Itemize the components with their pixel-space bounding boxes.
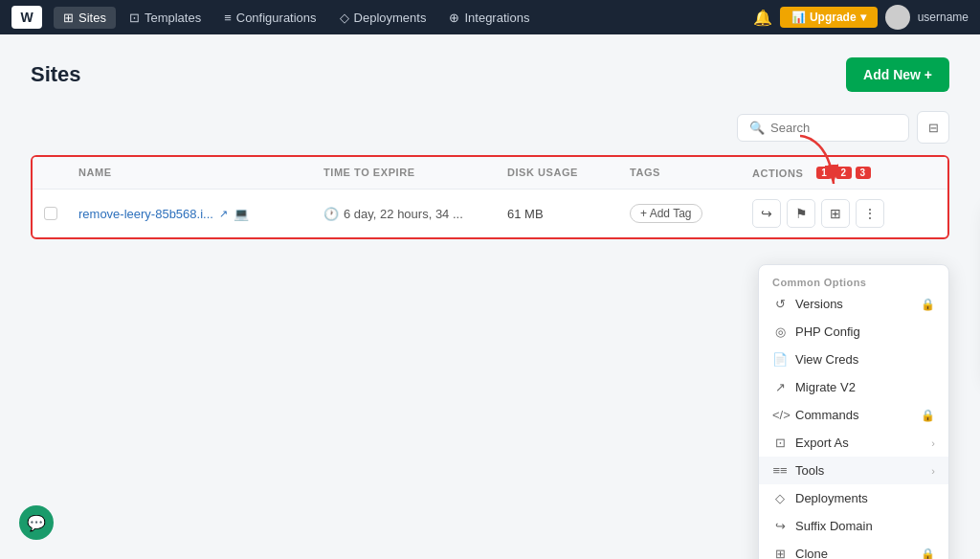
nav-integrations[interactable]: ⊕ Integrations <box>439 7 539 29</box>
view-creds-icon: 📄 <box>772 352 788 367</box>
actions-cell: ↪ ⚑ ⊞ ⋮ <box>752 199 936 228</box>
add-new-button[interactable]: Add New + <box>846 57 949 92</box>
deployments-nav-icon: ◇ <box>340 11 349 25</box>
chevron-right-tools-icon: › <box>931 465 935 477</box>
dropdown-main: Common Options ↺ Versions 🔒 ◎ PHP Config… <box>758 264 949 559</box>
dropdown-tools[interactable]: ≡≡ Tools › <box>759 457 948 484</box>
col-time-header: TIME TO EXPIRE <box>323 167 507 179</box>
templates-nav-icon: ⊡ <box>129 11 140 25</box>
time-cell: 🕐 6 day, 22 hours, 34 ... <box>323 207 507 221</box>
lock-icon-commands: 🔒 <box>921 409 935 422</box>
main-content: Sites Add New + 🔍 ⊟ NAME TIME TO EXPIRE <box>0 34 980 262</box>
row-checkbox[interactable] <box>44 207 78 220</box>
more-action-button[interactable]: ⋮ <box>856 199 884 228</box>
lock-icon-clone: 🔒 <box>921 548 935 560</box>
dropdown-commands[interactable]: </> Commands 🔒 <box>759 401 948 429</box>
nav-configurations[interactable]: ≡ Configurations <box>214 7 325 29</box>
upgrade-icon: 📊 <box>791 11 806 24</box>
nav-deployments[interactable]: ◇ Deployments <box>330 7 436 29</box>
integrations-nav-icon: ⊕ <box>449 11 459 25</box>
external-link-icon[interactable]: ↗ <box>219 208 228 220</box>
col-tags-header: TAGS <box>630 167 752 179</box>
top-nav: W ⊞ Sites ⊡ Templates ≡ Configurations ◇… <box>0 0 980 34</box>
export-icon: ⊡ <box>772 436 788 450</box>
clone-icon: ⊞ <box>772 547 788 559</box>
upgrade-button[interactable]: 📊 Upgrade ▾ <box>780 7 878 28</box>
chevron-down-icon: ▾ <box>860 11 866 24</box>
nav-right: 🔔 📊 Upgrade ▾ username <box>753 5 969 30</box>
grid-icon: ⊞ <box>830 206 841 221</box>
configurations-nav-icon: ≡ <box>224 11 232 25</box>
deployments-icon: ◇ <box>772 491 788 505</box>
chevron-right-icon: › <box>931 437 935 449</box>
action-badge-3: 3 <box>856 167 871 179</box>
search-icon: 🔍 <box>749 121 765 135</box>
dropdown-suffix-domain[interactable]: ↪ Suffix Domain <box>759 512 948 540</box>
terminal-icon[interactable]: 💻 <box>234 207 249 221</box>
chat-button[interactable]: 💬 <box>19 505 54 540</box>
nav-sites[interactable]: ⊞ Sites <box>54 7 116 29</box>
site-name-cell: remove-leery-85b568.i... ↗ 💻 <box>78 207 323 221</box>
filter-icon: ⊟ <box>928 121 939 135</box>
php-config-icon: ◎ <box>772 324 788 339</box>
filter-button[interactable]: ⊟ <box>917 111 949 144</box>
sites-nav-icon: ⊞ <box>63 11 74 25</box>
dropdown-export-as[interactable]: ⊡ Export As › <box>759 429 948 457</box>
login-action-button[interactable]: ↪ <box>752 199 781 228</box>
dropdown-php-config[interactable]: ◎ PHP Config <box>759 318 948 346</box>
add-tag-button[interactable]: + Add Tag <box>630 204 702 223</box>
page-header: Sites Add New + <box>31 57 949 92</box>
commands-icon: </> <box>772 408 788 422</box>
col-checkbox-header <box>44 167 78 179</box>
tags-cell: + Add Tag <box>630 204 752 223</box>
col-actions-header: ACTIONS 1 2 3 <box>752 167 936 179</box>
tools-icon: ≡≡ <box>772 463 788 478</box>
arrow-indicator <box>781 126 838 206</box>
notifications-icon[interactable]: 🔔 <box>753 9 772 27</box>
dropdown-clone[interactable]: ⊞ Clone 🔒 <box>759 540 948 559</box>
logo: W <box>11 6 42 29</box>
more-icon: ⋮ <box>863 206 877 221</box>
versions-icon: ↺ <box>772 297 788 311</box>
chat-icon: 💬 <box>27 514 46 532</box>
dropdown-migrate-v2[interactable]: ↗ Migrate V2 <box>759 373 948 401</box>
common-options-label: Common Options <box>759 271 948 290</box>
col-disk-header: DISK USAGE <box>507 167 630 179</box>
site-name-link[interactable]: remove-leery-85b568.i... <box>78 207 213 221</box>
nav-templates[interactable]: ⊡ Templates <box>120 7 211 29</box>
username-label: username <box>918 11 969 24</box>
clock-icon: 🕐 <box>323 207 339 221</box>
col-name-header: NAME <box>78 167 323 179</box>
flag-icon: ⚑ <box>795 206 808 221</box>
login-icon: ↪ <box>761 206 772 221</box>
dropdown-deployments[interactable]: ◇ Deployments <box>759 484 948 512</box>
lock-icon: 🔒 <box>921 298 935 311</box>
page-title: Sites <box>31 62 81 87</box>
disk-cell: 61 MB <box>507 207 630 221</box>
migrate-icon: ↗ <box>772 380 788 394</box>
dropdown-view-creds[interactable]: 📄 View Creds <box>759 346 948 373</box>
dropdown-versions[interactable]: ↺ Versions 🔒 <box>759 290 948 318</box>
suffix-domain-icon: ↪ <box>772 519 788 533</box>
avatar[interactable] <box>885 5 910 30</box>
